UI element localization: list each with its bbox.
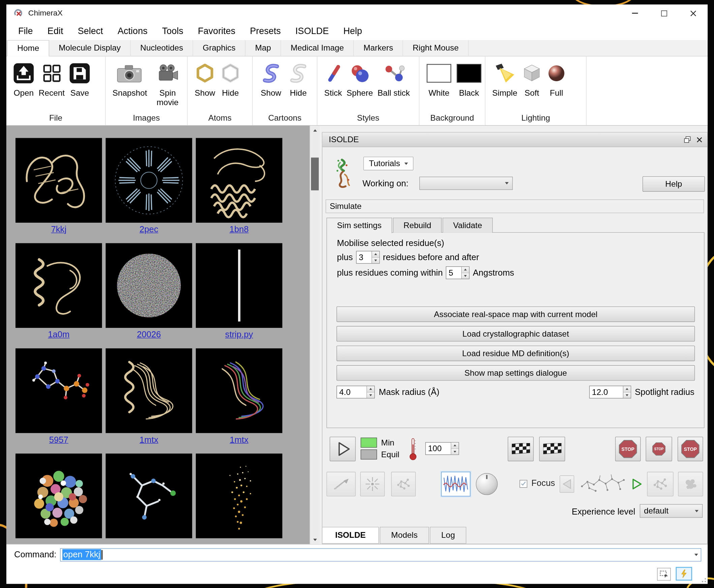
- residues-spinner[interactable]: 3: [356, 251, 380, 264]
- dock-tab-isolde[interactable]: ISOLDE: [322, 527, 379, 544]
- cartoons-show-button[interactable]: Show: [259, 62, 282, 98]
- tab-molecule-display[interactable]: Molecule Display: [49, 40, 131, 56]
- gallery-link[interactable]: 1mtx: [140, 435, 159, 445]
- mask-to-selection-button[interactable]: [647, 472, 673, 496]
- working-on-select[interactable]: [420, 176, 513, 190]
- scroll-up-button[interactable]: [310, 126, 319, 135]
- stop-checkpoint-button[interactable]: STOP: [646, 437, 672, 461]
- recent-button[interactable]: Recent: [39, 62, 65, 98]
- associate-map-button[interactable]: Associate real-space map with current mo…: [337, 306, 695, 322]
- mask-radius-spinner[interactable]: 4.0: [337, 386, 375, 399]
- thumbnail-2pec[interactable]: [106, 138, 192, 223]
- show-plots-button[interactable]: [441, 472, 470, 496]
- atoms-hide-button[interactable]: Hide: [220, 62, 241, 98]
- previous-residue-button[interactable]: [560, 476, 574, 492]
- tab-graphics[interactable]: Graphics: [193, 40, 245, 56]
- thumbnail-strip-py[interactable]: [196, 243, 282, 328]
- spin-down-button[interactable]: [462, 273, 469, 279]
- spin-down-button[interactable]: [623, 392, 631, 398]
- gallery-link[interactable]: 1bn8: [229, 225, 249, 234]
- stick-style-button[interactable]: Stick: [324, 62, 342, 98]
- atoms-show-button[interactable]: Show: [194, 62, 215, 98]
- tab-right-mouse[interactable]: Right Mouse: [403, 40, 469, 56]
- tab-map[interactable]: Map: [246, 40, 281, 56]
- smoothing-knob[interactable]: [476, 473, 498, 495]
- next-residue-button[interactable]: [630, 476, 644, 492]
- white-background-button[interactable]: White: [426, 62, 452, 98]
- black-background-button[interactable]: Black: [456, 62, 482, 98]
- spin-up-button[interactable]: [372, 251, 379, 257]
- tab-medical-image[interactable]: Medical Image: [281, 40, 354, 56]
- spotlight-mode-button[interactable]: [678, 472, 703, 496]
- thumbnail-1mtx-tan[interactable]: [106, 349, 192, 433]
- selection-mode-button[interactable]: [657, 568, 671, 581]
- tug-atom-button[interactable]: [327, 472, 356, 496]
- thumbnail-gold-dust[interactable]: [196, 454, 282, 538]
- load-residue-md-button[interactable]: Load residue MD definition(s): [337, 346, 695, 361]
- menu-edit[interactable]: Edit: [40, 26, 70, 36]
- cartoons-hide-button[interactable]: Hide: [287, 62, 310, 98]
- checkpoint-revert-button[interactable]: [539, 437, 565, 461]
- tab-rebuild[interactable]: Rebuild: [393, 218, 442, 233]
- thumbnail-7kkj[interactable]: [16, 138, 102, 223]
- scroll-down-button[interactable]: [310, 535, 319, 544]
- isolde-panel-header[interactable]: ISOLDE: [322, 132, 707, 147]
- thumbnail-1a0m[interactable]: [16, 243, 102, 328]
- maximize-button[interactable]: [649, 5, 678, 22]
- thumbnail-1mtx-color[interactable]: [196, 349, 282, 433]
- spin-up-button[interactable]: [367, 386, 374, 392]
- tab-sim-settings[interactable]: Sim settings: [327, 218, 392, 233]
- tutorials-dropdown[interactable]: Tutorials: [363, 157, 414, 170]
- gallery-link[interactable]: 1mtx: [230, 435, 249, 445]
- spin-down-button[interactable]: [367, 392, 374, 398]
- spotlight-radius-spinner[interactable]: 12.0: [589, 386, 631, 399]
- menu-file[interactable]: File: [11, 26, 40, 36]
- float-panel-button[interactable]: [684, 136, 691, 143]
- start-sim-button[interactable]: [330, 437, 356, 461]
- gallery-scrollbar[interactable]: [310, 126, 320, 544]
- tab-validate[interactable]: Validate: [443, 218, 492, 233]
- gallery-link[interactable]: strip.py: [225, 330, 253, 340]
- stop-discard-button[interactable]: STOP: [678, 437, 703, 461]
- gallery-link[interactable]: 20026: [137, 330, 161, 340]
- menu-select[interactable]: Select: [70, 26, 110, 36]
- gallery-link[interactable]: 1a0m: [48, 330, 69, 340]
- tab-markers[interactable]: Markers: [354, 40, 403, 56]
- map-settings-button[interactable]: Show map settings dialogue: [337, 365, 695, 381]
- soft-lighting-button[interactable]: Soft: [522, 62, 542, 98]
- gallery-link[interactable]: 5957: [49, 435, 68, 445]
- spin-up-button[interactable]: [462, 267, 469, 273]
- menu-favorites[interactable]: Favorites: [191, 26, 243, 36]
- open-button[interactable]: Open: [13, 62, 34, 98]
- thumbnail-5957[interactable]: [16, 349, 102, 433]
- stop-keep-button[interactable]: STOP: [615, 437, 641, 461]
- save-button[interactable]: Save: [69, 62, 90, 98]
- command-input[interactable]: open 7kkj: [60, 548, 701, 561]
- tab-home[interactable]: Home: [7, 40, 49, 57]
- resize-grip[interactable]: [702, 578, 707, 583]
- spin-down-button[interactable]: [372, 257, 379, 263]
- load-crystallographic-button[interactable]: Load crystallographic dataset: [337, 326, 695, 342]
- full-lighting-button[interactable]: Full: [547, 62, 566, 98]
- menu-isolde[interactable]: ISOLDE: [288, 26, 336, 36]
- within-spinner[interactable]: 5: [446, 267, 469, 279]
- thumbnail-ribosome[interactable]: [16, 454, 102, 538]
- minimize-button[interactable]: [620, 5, 649, 22]
- snapshot-button[interactable]: Snapshot: [112, 62, 146, 98]
- sphere-style-button[interactable]: Sphere: [346, 62, 373, 98]
- gallery-link[interactable]: 2pec: [140, 225, 159, 234]
- dock-tab-log[interactable]: Log: [430, 527, 466, 544]
- menu-tools[interactable]: Tools: [155, 26, 190, 36]
- menu-presets[interactable]: Presets: [243, 26, 288, 36]
- spin-up-button[interactable]: [623, 386, 631, 392]
- help-button[interactable]: Help: [643, 176, 705, 192]
- ball-stick-style-button[interactable]: Ball stick: [377, 62, 410, 98]
- menu-actions[interactable]: Actions: [110, 26, 155, 36]
- fast-mode-button[interactable]: [676, 567, 692, 581]
- menu-help[interactable]: Help: [336, 26, 369, 36]
- dock-tab-models[interactable]: Models: [380, 527, 429, 544]
- spin-movie-button[interactable]: Spin movie: [151, 62, 184, 107]
- close-panel-button[interactable]: [696, 136, 702, 143]
- thumbnail-1bn8[interactable]: [196, 138, 282, 223]
- thumbnail-20026[interactable]: [106, 243, 192, 328]
